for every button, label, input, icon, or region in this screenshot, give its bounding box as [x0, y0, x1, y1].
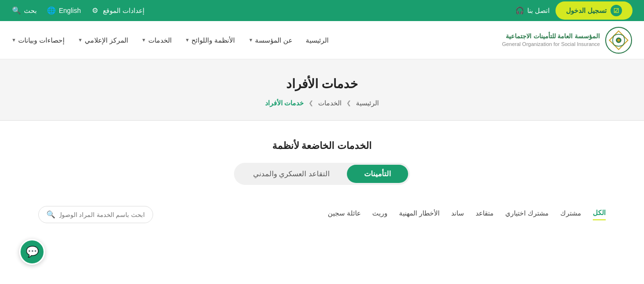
breadcrumb-home[interactable]: الرئيسية [356, 99, 379, 107]
logo-image [605, 26, 633, 54]
search-link[interactable]: بحث 🔍 [11, 6, 37, 15]
nav-menu: الرئيسية عن المؤسسة ▼ الأنظمة واللوائح ▼… [11, 36, 329, 44]
toggle-military[interactable]: التقاعد العسكري والمدني [236, 165, 346, 183]
top-bar: ☑ تسجيل الدخول اتصل بنا 🎧 إعدادات الموقع… [0, 0, 644, 21]
chevron-down-icon: ▼ [248, 37, 253, 43]
search-icon: 🔍 [46, 210, 56, 219]
nav-item-regulations[interactable]: الأنظمة واللوائح ▼ [185, 36, 235, 44]
search-box: 🔍 [38, 206, 153, 223]
top-bar-right: ☑ تسجيل الدخول اتصل بنا 🎧 [515, 1, 633, 20]
language-link[interactable]: English 🌐 [46, 6, 81, 15]
filter-tab-subscriber[interactable]: مشترك [560, 209, 581, 220]
top-bar-left: إعدادات الموقع ⚙ English 🌐 بحث 🔍 [11, 6, 144, 15]
breadcrumb: الرئيسية ❯ الخدمات ❯ خدمات الأفراد [0, 99, 644, 107]
nav-item-about[interactable]: عن المؤسسة ▼ [248, 36, 292, 44]
headset-icon: 🎧 [515, 6, 524, 15]
toggle-taaminat[interactable]: التأمينات [347, 165, 408, 183]
chevron-down-icon: ▼ [142, 37, 146, 43]
nav-item-media[interactable]: المركز الإعلامي ▼ [78, 36, 128, 44]
filter-tab-voluntary[interactable]: مشترك اختياري [505, 209, 549, 220]
filter-tabs: الكل مشترك مشترك اختياري متقاعد ساند الأ… [328, 209, 606, 220]
logo: المؤسسة العامة للتأمينات الاجتماعية Gene… [502, 26, 633, 54]
settings-icon: ⚙ [90, 6, 100, 15]
register-icon: ☑ [611, 5, 622, 16]
filter-tab-prisoner-family[interactable]: عائلة سجين [328, 209, 361, 220]
settings-link[interactable]: إعدادات الموقع ⚙ [90, 6, 144, 15]
search-input[interactable] [59, 211, 145, 218]
chevron-down-icon: ▼ [185, 37, 190, 43]
chevron-down-icon: ▼ [78, 37, 83, 43]
breadcrumb-current: خدمات الأفراد [265, 99, 304, 107]
page-title: خدمات الأفراد [0, 77, 644, 91]
toggle-group: التأمينات التقاعد العسكري والمدني [234, 163, 410, 185]
breadcrumb-services[interactable]: الخدمات [318, 99, 342, 107]
nav-item-home[interactable]: الرئيسية [306, 36, 329, 44]
filter-tab-retired[interactable]: متقاعد [476, 209, 494, 220]
nav-item-statistics[interactable]: إحصاءات وبيانات ▼ [11, 36, 65, 44]
register-button[interactable]: ☑ تسجيل الدخول [555, 1, 633, 20]
section-title: الخدمات الخاضعة لأنظمة [38, 140, 606, 151]
search-icon-top: 🔍 [11, 6, 21, 15]
nav-item-services[interactable]: الخدمات ▼ [142, 36, 172, 44]
filter-tab-sanad[interactable]: ساند [451, 209, 464, 220]
services-section: الخدمات الخاضعة لأنظمة التأمينات التقاعد… [0, 121, 644, 194]
globe-icon: 🌐 [46, 6, 56, 15]
filter-tab-heir[interactable]: وريث [372, 209, 388, 220]
page-header: خدمات الأفراد الرئيسية ❯ الخدمات ❯ خدمات… [0, 59, 644, 121]
breadcrumb-separator-2: ❯ [309, 100, 313, 106]
breadcrumb-separator-1: ❯ [346, 100, 351, 106]
chevron-down-icon: ▼ [11, 37, 16, 43]
filter-bar: الكل مشترك مشترك اختياري متقاعد ساند الأ… [0, 194, 644, 228]
filter-tab-hazards[interactable]: الأخطار المهنية [399, 209, 440, 220]
filter-tab-all[interactable]: الكل [593, 209, 606, 220]
main-nav: المؤسسة العامة للتأمينات الاجتماعية Gene… [0, 21, 644, 59]
contact-link[interactable]: اتصل بنا 🎧 [515, 6, 550, 15]
logo-text: المؤسسة العامة للتأمينات الاجتماعية Gene… [502, 32, 600, 48]
svg-point-2 [617, 39, 620, 42]
